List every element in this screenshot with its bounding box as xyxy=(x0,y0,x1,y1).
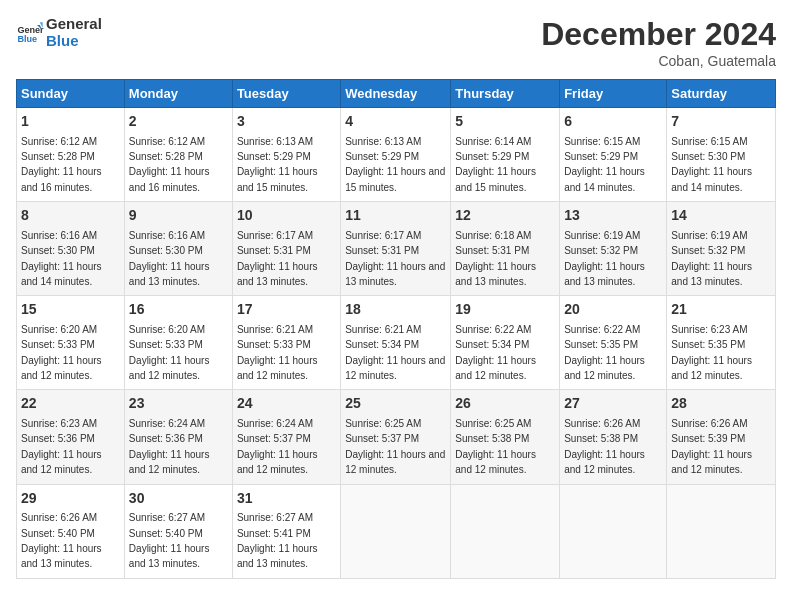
calendar-cell: 31Sunrise: 6:27 AMSunset: 5:41 PMDayligh… xyxy=(232,484,340,578)
calendar-cell: 28Sunrise: 6:26 AMSunset: 5:39 PMDayligh… xyxy=(667,390,776,484)
calendar-cell: 26Sunrise: 6:25 AMSunset: 5:38 PMDayligh… xyxy=(451,390,560,484)
logo-icon: General Blue xyxy=(16,18,44,46)
col-thursday: Thursday xyxy=(451,80,560,108)
calendar-cell: 29Sunrise: 6:26 AMSunset: 5:40 PMDayligh… xyxy=(17,484,125,578)
calendar-cell: 23Sunrise: 6:24 AMSunset: 5:36 PMDayligh… xyxy=(124,390,232,484)
calendar-cell: 15Sunrise: 6:20 AMSunset: 5:33 PMDayligh… xyxy=(17,296,125,390)
calendar-table: Sunday Monday Tuesday Wednesday Thursday… xyxy=(16,79,776,579)
calendar-cell: 27Sunrise: 6:26 AMSunset: 5:38 PMDayligh… xyxy=(560,390,667,484)
calendar-cell: 22Sunrise: 6:23 AMSunset: 5:36 PMDayligh… xyxy=(17,390,125,484)
col-monday: Monday xyxy=(124,80,232,108)
calendar-cell: 1Sunrise: 6:12 AMSunset: 5:28 PMDaylight… xyxy=(17,108,125,202)
calendar-cell: 2Sunrise: 6:12 AMSunset: 5:28 PMDaylight… xyxy=(124,108,232,202)
location: Coban, Guatemala xyxy=(541,53,776,69)
calendar-cell: 8Sunrise: 6:16 AMSunset: 5:30 PMDaylight… xyxy=(17,202,125,296)
calendar-cell: 25Sunrise: 6:25 AMSunset: 5:37 PMDayligh… xyxy=(341,390,451,484)
title-block: December 2024 Coban, Guatemala xyxy=(541,16,776,69)
calendar-cell: 16Sunrise: 6:20 AMSunset: 5:33 PMDayligh… xyxy=(124,296,232,390)
calendar-cell: 3Sunrise: 6:13 AMSunset: 5:29 PMDaylight… xyxy=(232,108,340,202)
calendar-cell: 21Sunrise: 6:23 AMSunset: 5:35 PMDayligh… xyxy=(667,296,776,390)
calendar-cell xyxy=(341,484,451,578)
col-wednesday: Wednesday xyxy=(341,80,451,108)
calendar-cell: 12Sunrise: 6:18 AMSunset: 5:31 PMDayligh… xyxy=(451,202,560,296)
calendar-week-2: 8Sunrise: 6:16 AMSunset: 5:30 PMDaylight… xyxy=(17,202,776,296)
logo-line2: Blue xyxy=(46,33,102,50)
calendar-cell: 9Sunrise: 6:16 AMSunset: 5:30 PMDaylight… xyxy=(124,202,232,296)
header-row: Sunday Monday Tuesday Wednesday Thursday… xyxy=(17,80,776,108)
calendar-cell: 14Sunrise: 6:19 AMSunset: 5:32 PMDayligh… xyxy=(667,202,776,296)
col-sunday: Sunday xyxy=(17,80,125,108)
calendar-cell: 13Sunrise: 6:19 AMSunset: 5:32 PMDayligh… xyxy=(560,202,667,296)
calendar-cell xyxy=(451,484,560,578)
month-title: December 2024 xyxy=(541,16,776,53)
logo-line1: General xyxy=(46,16,102,33)
logo: General Blue General Blue xyxy=(16,16,102,49)
calendar-cell: 19Sunrise: 6:22 AMSunset: 5:34 PMDayligh… xyxy=(451,296,560,390)
calendar-week-1: 1Sunrise: 6:12 AMSunset: 5:28 PMDaylight… xyxy=(17,108,776,202)
calendar-cell: 10Sunrise: 6:17 AMSunset: 5:31 PMDayligh… xyxy=(232,202,340,296)
calendar-cell: 7Sunrise: 6:15 AMSunset: 5:30 PMDaylight… xyxy=(667,108,776,202)
col-tuesday: Tuesday xyxy=(232,80,340,108)
calendar-week-3: 15Sunrise: 6:20 AMSunset: 5:33 PMDayligh… xyxy=(17,296,776,390)
calendar-cell: 17Sunrise: 6:21 AMSunset: 5:33 PMDayligh… xyxy=(232,296,340,390)
calendar-cell: 4Sunrise: 6:13 AMSunset: 5:29 PMDaylight… xyxy=(341,108,451,202)
calendar-cell: 11Sunrise: 6:17 AMSunset: 5:31 PMDayligh… xyxy=(341,202,451,296)
calendar-cell: 6Sunrise: 6:15 AMSunset: 5:29 PMDaylight… xyxy=(560,108,667,202)
calendar-cell: 5Sunrise: 6:14 AMSunset: 5:29 PMDaylight… xyxy=(451,108,560,202)
calendar-week-5: 29Sunrise: 6:26 AMSunset: 5:40 PMDayligh… xyxy=(17,484,776,578)
page-header: General Blue General Blue December 2024 … xyxy=(16,16,776,69)
col-saturday: Saturday xyxy=(667,80,776,108)
col-friday: Friday xyxy=(560,80,667,108)
calendar-cell: 24Sunrise: 6:24 AMSunset: 5:37 PMDayligh… xyxy=(232,390,340,484)
svg-text:Blue: Blue xyxy=(17,33,37,43)
calendar-cell: 20Sunrise: 6:22 AMSunset: 5:35 PMDayligh… xyxy=(560,296,667,390)
calendar-cell: 18Sunrise: 6:21 AMSunset: 5:34 PMDayligh… xyxy=(341,296,451,390)
calendar-cell xyxy=(560,484,667,578)
calendar-week-4: 22Sunrise: 6:23 AMSunset: 5:36 PMDayligh… xyxy=(17,390,776,484)
calendar-cell: 30Sunrise: 6:27 AMSunset: 5:40 PMDayligh… xyxy=(124,484,232,578)
calendar-cell xyxy=(667,484,776,578)
